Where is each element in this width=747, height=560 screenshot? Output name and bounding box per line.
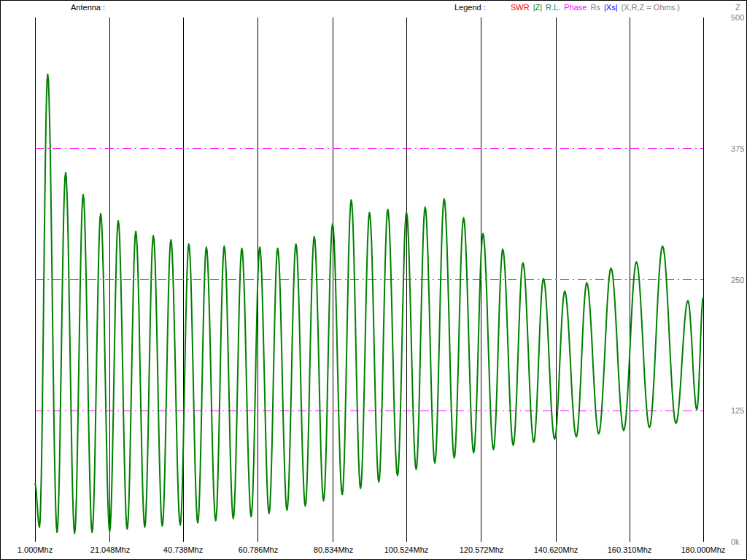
analyzer-window: Antenna : Legend : SWR|Z|R.L.PhaseRs|Xs|…: [0, 0, 747, 560]
x-tick-label: 140.620Mhz: [534, 545, 578, 554]
y-tick-label: 250: [731, 276, 744, 284]
x-tick-label: 160.310Mhz: [608, 545, 652, 554]
x-tick-label: 80.834Mhz: [314, 545, 353, 554]
y-tick-label: 375: [731, 144, 744, 153]
x-tick-label: 120.572Mhz: [460, 545, 504, 554]
y-tick-label: 125: [731, 406, 744, 415]
y-tick-label: 0k: [731, 537, 740, 546]
x-tick-label: 1.000Mhz: [18, 545, 53, 554]
x-tick-label: 60.786Mhz: [239, 545, 278, 554]
x-tick-label: 21.048Mhz: [90, 545, 130, 554]
x-tick-label: 40.738Mhz: [163, 545, 203, 554]
y-tick-label: 500: [731, 13, 744, 22]
impedance-plot: [1, 1, 747, 560]
x-tick-label: 180.000Mhz: [681, 545, 726, 554]
x-tick-label: 100.524Mhz: [384, 545, 429, 554]
z-trace: [35, 74, 703, 534]
